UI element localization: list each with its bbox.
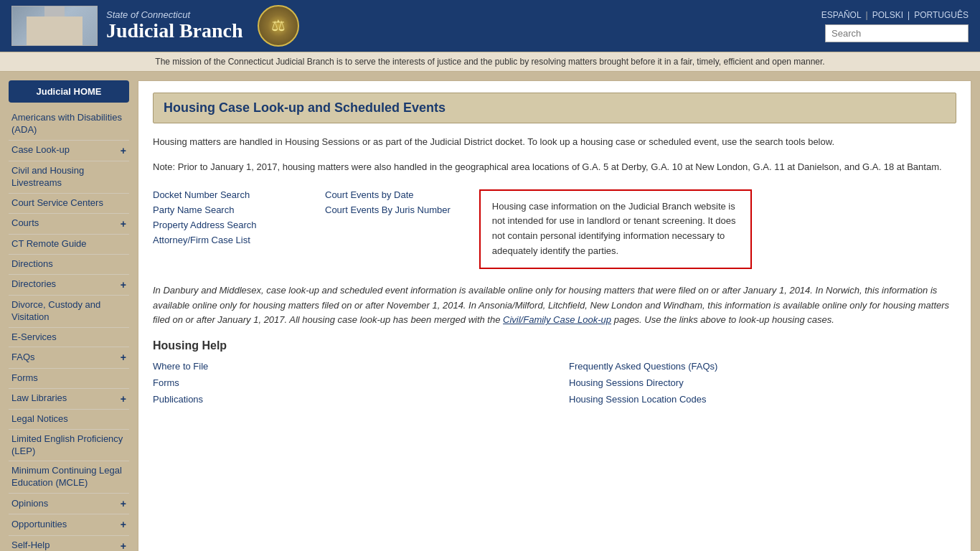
where-to-file-link[interactable]: Where to File xyxy=(153,361,540,372)
expand-icon-courts: + xyxy=(121,217,126,230)
sidebar-item-opportunities[interactable]: Opportunities + xyxy=(9,514,129,535)
page-title: Housing Case Look-up and Scheduled Event… xyxy=(153,93,956,123)
disclaimer-text: Housing case information on the Judicial… xyxy=(492,201,736,256)
docket-number-search-link[interactable]: Docket Number Search xyxy=(153,189,296,200)
mission-bar: The mission of the Connecticut Judicial … xyxy=(0,52,980,72)
sidebar-directions-link[interactable]: Directions xyxy=(11,258,53,270)
sidebar-item-faqs[interactable]: FAQs + xyxy=(9,347,129,368)
header: State of Connecticut Judicial Branch ⚖ E… xyxy=(0,0,980,52)
sidebar-mcle-link[interactable]: Minimum Continuing Legal Education (MCLE… xyxy=(11,465,126,489)
search-input[interactable] xyxy=(825,24,969,42)
sidebar-livestreams-link[interactable]: Civil and Housing Livestreams xyxy=(11,165,126,189)
sidebar-divorce-link[interactable]: Divorce, Custody and Visitation xyxy=(11,299,126,324)
court-events-by-juris-link[interactable]: Court Events By Juris Number xyxy=(325,204,451,215)
italic-notice: In Danbury and Middlesex, case look-up a… xyxy=(153,283,956,328)
sidebar-item-ctremote[interactable]: CT Remote Guide xyxy=(9,235,129,255)
sidebar-item-divorce[interactable]: Divorce, Custody and Visitation xyxy=(9,296,129,328)
housing-help-title: Housing Help xyxy=(153,339,956,352)
sidebar-item-selfhelp[interactable]: Self-Help + xyxy=(9,536,129,551)
sidebar-courtservice-link[interactable]: Court Service Centers xyxy=(11,197,103,209)
sidebar-item-caselookup[interactable]: Case Look-up + xyxy=(9,141,129,161)
sidebar-directories-link[interactable]: Directories xyxy=(11,278,56,291)
sidebar-opportunities-link[interactable]: Opportunities xyxy=(11,519,67,531)
housing-session-location-codes-link[interactable]: Housing Session Location Codes xyxy=(569,394,956,405)
disclaimer-box: Housing case information on the Judicial… xyxy=(479,189,752,269)
italic-notice-end: pages. Use the links above to look-up ho… xyxy=(614,314,834,325)
sidebar-ada-link[interactable]: Americans with Disabilities (ADA) xyxy=(11,112,126,136)
note-text: Note: Prior to January 1, 2017, housing … xyxy=(153,160,956,175)
title-area: State of Connecticut Judicial Branch xyxy=(106,9,243,42)
sidebar-selfhelp-link[interactable]: Self-Help xyxy=(11,540,50,551)
intro-text: Housing matters are handled in Housing S… xyxy=(153,135,956,150)
publications-link[interactable]: Publications xyxy=(153,394,540,405)
main-layout: Judicial HOME Americans with Disabilitie… xyxy=(0,72,980,551)
sidebar-item-forms[interactable]: Forms xyxy=(9,369,129,389)
sidebar-legalnotices-link[interactable]: Legal Notices xyxy=(11,413,68,425)
header-right: ESPAÑOL | POLSKI | PORTUGUÊS xyxy=(821,10,969,42)
sidebar-item-legalnotices[interactable]: Legal Notices xyxy=(9,410,129,430)
expand-icon-opps: + xyxy=(121,518,126,531)
sidebar-item-directories[interactable]: Directories + xyxy=(9,275,129,296)
faqs-link[interactable]: Frequently Asked Questions (FAQs) xyxy=(569,361,956,372)
expand-icon-faqs: + xyxy=(121,351,126,364)
search-links-area: Docket Number Search Party Name Search P… xyxy=(153,189,956,269)
property-address-search-link[interactable]: Property Address Search xyxy=(153,220,296,230)
housing-links-grid: Where to File Frequently Asked Questions… xyxy=(153,361,956,405)
sidebar: Judicial HOME Americans with Disabilitie… xyxy=(9,80,129,551)
sidebar-item-lawlibraries[interactable]: Law Libraries + xyxy=(9,389,129,410)
court-events-by-date-link[interactable]: Court Events by Date xyxy=(325,189,451,200)
sidebar-opinions-link[interactable]: Opinions xyxy=(11,498,48,510)
mission-text: The mission of the Connecticut Judicial … xyxy=(155,57,824,67)
sidebar-forms-link[interactable]: Forms xyxy=(11,372,38,385)
expand-icon-directories: + xyxy=(121,278,126,291)
attorney-firm-case-list-link[interactable]: Attorney/Firm Case List xyxy=(153,235,296,245)
sidebar-eservices-link[interactable]: E-Services xyxy=(11,331,57,344)
sidebar-item-opinions[interactable]: Opinions + xyxy=(9,494,129,514)
sidebar-item-ada[interactable]: Americans with Disabilities (ADA) xyxy=(9,108,129,141)
sidebar-caselookup-link[interactable]: Case Look-up xyxy=(11,144,70,156)
party-name-search-link[interactable]: Party Name Search xyxy=(153,204,296,215)
logo-area: State of Connecticut Judicial Branch ⚖ xyxy=(11,5,821,47)
sidebar-ctremote-link[interactable]: CT Remote Guide xyxy=(11,238,87,250)
ct-seal: ⚖ xyxy=(258,5,299,47)
sidebar-item-courtservice[interactable]: Court Service Centers xyxy=(9,194,129,214)
sidebar-lawlibraries-link[interactable]: Law Libraries xyxy=(11,392,67,405)
sidebar-lep-link[interactable]: Limited English Proficiency (LEP) xyxy=(11,433,126,458)
portugues-link[interactable]: PORTUGUÊS xyxy=(914,10,969,20)
judicial-home-button[interactable]: Judicial HOME xyxy=(9,80,129,103)
expand-icon: + xyxy=(121,144,126,157)
separator: | xyxy=(866,10,868,20)
branch-title: Judicial Branch xyxy=(106,20,243,42)
sidebar-item-courts[interactable]: Courts + xyxy=(9,214,129,235)
espanol-link[interactable]: ESPAÑOL xyxy=(821,10,862,20)
state-text: State of Connecticut xyxy=(106,9,243,20)
forms-link[interactable]: Forms xyxy=(153,377,540,388)
sidebar-item-livestreams[interactable]: Civil and Housing Livestreams xyxy=(9,161,129,194)
sidebar-courts-link[interactable]: Courts xyxy=(11,217,39,230)
expand-icon-selfhelp: + xyxy=(121,540,126,551)
housing-sessions-directory-link[interactable]: Housing Sessions Directory xyxy=(569,377,956,388)
sidebar-item-lep[interactable]: Limited English Proficiency (LEP) xyxy=(9,430,129,462)
sidebar-item-mcle[interactable]: Minimum Continuing Legal Education (MCLE… xyxy=(9,461,129,494)
sidebar-item-directions[interactable]: Directions xyxy=(9,255,129,275)
separator2: | xyxy=(908,10,910,20)
sidebar-item-eservices[interactable]: E-Services xyxy=(9,328,129,348)
expand-icon-opinions: + xyxy=(121,497,126,510)
search-box xyxy=(825,24,969,42)
content-area: Housing Case Look-up and Scheduled Event… xyxy=(138,80,971,551)
search-links-left: Docket Number Search Party Name Search P… xyxy=(153,189,296,269)
search-links-right: Court Events by Date Court Events By Jur… xyxy=(325,189,451,269)
building-image xyxy=(11,6,98,46)
polski-link[interactable]: POLSKI xyxy=(872,10,903,20)
expand-icon-lawlib: + xyxy=(121,392,126,405)
civil-family-lookup-link[interactable]: Civil/Family Case Look-up xyxy=(503,314,611,325)
sidebar-faqs-link[interactable]: FAQs xyxy=(11,352,35,364)
language-links: ESPAÑOL | POLSKI | PORTUGUÊS xyxy=(821,10,969,20)
